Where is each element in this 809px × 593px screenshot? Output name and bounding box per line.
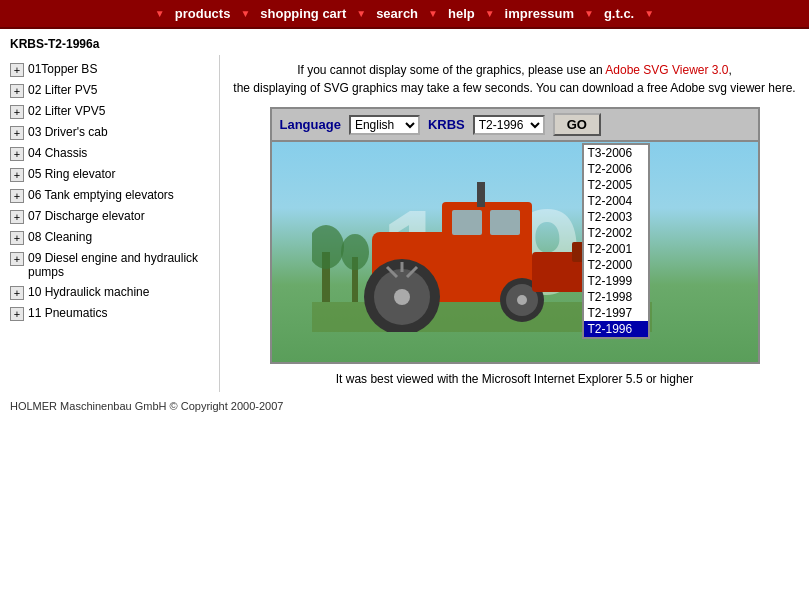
svg-point-7 (394, 289, 410, 305)
sidebar-03-drivers-cab[interactable]: +03 Driver's cab (8, 122, 211, 143)
nav-arrow-left: ▼ (155, 8, 165, 19)
svg-rect-13 (477, 182, 485, 207)
krbs-select[interactable]: T3-2006T2-2006T2-2005T2-2004T2-2003T2-20… (473, 115, 545, 135)
sidebar-10-hydraulick[interactable]: +10 Hydraulick machine (8, 282, 211, 303)
sidebar-label: 08 Cleaning (28, 230, 92, 244)
dropdown-option[interactable]: T2-2004 (584, 193, 648, 209)
page-title: KRBS-T2-1996a (10, 37, 99, 51)
svg-point-15 (312, 225, 344, 269)
page-title-area: KRBS-T2-1996a (0, 29, 809, 55)
go-button[interactable]: GO (553, 113, 601, 136)
sidebar-06-tank-emptying[interactable]: +06 Tank emptying elevators (8, 185, 211, 206)
expand-icon: + (10, 286, 24, 300)
sidebar-label: 11 Pneumatics (28, 306, 107, 320)
dropdown-option[interactable]: T2-2006 (584, 161, 648, 177)
sidebar-01-topper-bs[interactable]: +01Topper BS (8, 59, 211, 80)
expand-icon: + (10, 63, 24, 77)
dropdown-panel: Language English Deutsch Français KRBS T… (270, 107, 760, 364)
expand-icon: + (10, 84, 24, 98)
nav-shopping-cart[interactable]: shopping cart (250, 4, 356, 23)
expand-icon: + (10, 189, 24, 203)
dropdown-option[interactable]: T3-2006 (584, 145, 648, 161)
svg-point-17 (341, 234, 369, 270)
nav-gtc[interactable]: g.t.c. (594, 4, 644, 23)
svg-notice-text2: , (729, 63, 732, 77)
expand-icon: + (10, 147, 24, 161)
language-select[interactable]: English Deutsch Français (349, 115, 420, 135)
ie-notice: It was best viewed with the Microsoft In… (230, 372, 799, 386)
dropdown-option[interactable]: T2-2000 (584, 257, 648, 273)
footer: HOLMER Maschinenbau GmbH © Copyright 200… (0, 392, 809, 420)
sidebar-07-discharge-elevator[interactable]: +07 Discharge elevator (8, 206, 211, 227)
nav-divider-1: ▼ (240, 8, 250, 19)
sidebar-02-lifter-pv5[interactable]: +02 Lifter PV5 (8, 80, 211, 101)
dropdown-option[interactable]: T2-1997 (584, 305, 648, 321)
sidebar-02-lifter-vpv5[interactable]: +02 Lifter VPV5 (8, 101, 211, 122)
sidebar-label: 01Topper BS (28, 62, 97, 76)
sidebar-05-ring-elevator[interactable]: +05 Ring elevator (8, 164, 211, 185)
dropdown-option[interactable]: T2-2001 (584, 241, 648, 257)
nav-help[interactable]: help (438, 4, 485, 23)
svg-notice-text1: If you cannot display some of the graphi… (297, 63, 605, 77)
svg-notice-text3: the displaying of SVG graphics may take … (233, 81, 795, 95)
nav-divider-5: ▼ (584, 8, 594, 19)
dropdown-option[interactable]: T2-1996 (584, 321, 648, 337)
sidebar-08-cleaning[interactable]: +08 Cleaning (8, 227, 211, 248)
nav-search[interactable]: search (366, 4, 428, 23)
svg-notice: If you cannot display some of the graphi… (230, 61, 799, 97)
svg-point-10 (517, 295, 527, 305)
expand-icon: + (10, 231, 24, 245)
dropdown-header: Language English Deutsch Français KRBS T… (272, 109, 758, 142)
content-area: If you cannot display some of the graphi… (220, 55, 809, 392)
dropdown-list: T3-2006T2-2006T2-2005T2-2004T2-2003T2-20… (582, 143, 650, 339)
sidebar-label: 07 Discharge elevator (28, 209, 145, 223)
krbs-label: KRBS (428, 117, 465, 132)
sidebar-11-pneumatics[interactable]: +11 Pneumatics (8, 303, 211, 324)
sidebar-label: 02 Lifter PV5 (28, 83, 97, 97)
nav-divider-2: ▼ (356, 8, 366, 19)
sidebar-09-diesel[interactable]: +09 Diesel engine and hydraulick pumps (8, 248, 211, 282)
sidebar-label: 05 Ring elevator (28, 167, 115, 181)
nav-impressum[interactable]: impressum (495, 4, 584, 23)
footer-text: HOLMER Maschinenbau GmbH © Copyright 200… (10, 400, 283, 412)
sidebar-label: 03 Driver's cab (28, 125, 108, 139)
sidebar: +01Topper BS+02 Lifter PV5+02 Lifter VPV… (0, 55, 220, 392)
svg-rect-3 (452, 210, 482, 235)
language-label: Language (280, 117, 341, 132)
sidebar-label: 09 Diesel engine and hydraulick pumps (28, 251, 209, 279)
dropdown-option[interactable]: T2-2005 (584, 177, 648, 193)
expand-icon: + (10, 105, 24, 119)
nav-divider-4: ▼ (485, 8, 495, 19)
tractor-image-area: 1996 (272, 142, 758, 362)
sidebar-04-chassis[interactable]: +04 Chassis (8, 143, 211, 164)
expand-icon: + (10, 126, 24, 140)
dropdown-option[interactable]: T2-2002 (584, 225, 648, 241)
sidebar-label: 02 Lifter VPV5 (28, 104, 105, 118)
nav-products[interactable]: products (165, 4, 241, 23)
svg-rect-4 (490, 210, 520, 235)
svg-viewer-link[interactable]: Adobe SVG Viewer 3.0 (605, 63, 728, 77)
expand-icon: + (10, 307, 24, 321)
expand-icon: + (10, 210, 24, 224)
nav-divider-3: ▼ (428, 8, 438, 19)
dropdown-list-container: T3-2006T2-2006T2-2005T2-2004T2-2003T2-20… (582, 143, 650, 339)
main-layout: +01Topper BS+02 Lifter PV5+02 Lifter VPV… (0, 55, 809, 392)
expand-icon: + (10, 168, 24, 182)
sidebar-label: 04 Chassis (28, 146, 87, 160)
sidebar-label: 10 Hydraulick machine (28, 285, 149, 299)
nav-bar: ▼ products ▼ shopping cart ▼ search ▼ he… (0, 0, 809, 29)
dropdown-option[interactable]: T2-2003 (584, 209, 648, 225)
sidebar-label: 06 Tank emptying elevators (28, 188, 174, 202)
nav-arrow-right: ▼ (644, 8, 654, 19)
expand-icon: + (10, 252, 24, 266)
dropdown-option[interactable]: T2-1998 (584, 289, 648, 305)
dropdown-option[interactable]: T2-1999 (584, 273, 648, 289)
